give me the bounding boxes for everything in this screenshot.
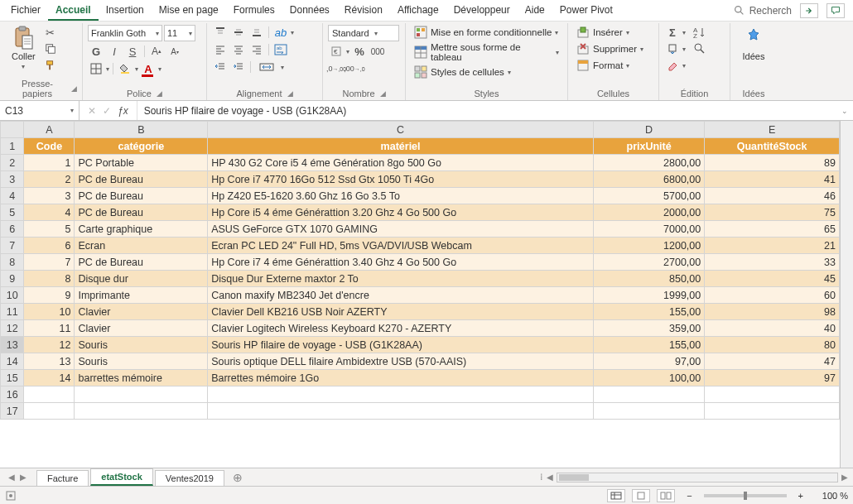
sort-filter-button[interactable]: AZ [689,25,711,40]
cell[interactable]: 41 [705,171,840,188]
row-header[interactable]: 7 [1,238,24,254]
cell[interactable]: Ecran [75,238,208,254]
font-launcher[interactable]: ◢ [157,89,162,98]
cell[interactable]: 13 [24,353,75,370]
cell[interactable]: 80 [705,337,840,353]
cell[interactable]: Souris optique DELL filaire Ambidextre U… [208,353,594,370]
cell[interactable]: PC Portable [75,155,208,171]
row-header[interactable]: 15 [1,370,24,386]
merge-button[interactable] [254,60,279,74]
row-header[interactable]: 12 [1,320,24,337]
cell[interactable]: Clavier Logitech Wireless Keyboard K270 … [208,320,594,337]
cell[interactable]: 850,00 [593,271,704,287]
new-sheet-button[interactable]: ⊕ [224,471,251,484]
cell[interactable] [24,386,75,403]
cell[interactable]: 21 [705,238,840,254]
cell[interactable]: Hp Core i7 4770 16Go 512 Ssd Gtx 1050 Ti… [208,171,594,188]
conditional-formatting-button[interactable]: Mise en forme conditionnelle▾ [411,25,561,40]
cell[interactable]: Disque Dur Externe maxtor 2 To [208,271,594,287]
cell[interactable]: Carte graphique [75,221,208,238]
formula-input[interactable]: Souris HP filaire de voyage - USB (G1K28… [137,101,836,120]
cell[interactable] [24,403,75,420]
cell[interactable]: Disque dur [75,271,208,287]
row-header[interactable]: 3 [1,171,24,188]
cell[interactable]: 12 [24,337,75,353]
cell[interactable] [593,403,704,420]
menu-power-pivot[interactable]: Power Pivot [552,1,620,21]
font-color-button[interactable]: A [140,61,157,76]
decrease-indent-button[interactable] [212,60,229,74]
cell[interactable]: 8 [24,271,75,287]
table-header-cell[interactable]: matériel [208,138,594,155]
copy-button[interactable] [42,41,59,56]
cell[interactable]: PC de Bureau [75,204,208,221]
row-header[interactable]: 10 [1,287,24,304]
tab-scroll-right[interactable]: ▶ [20,473,27,482]
cell[interactable]: Hp Core i7 4 éme Générattion 3.40 Ghz 4 … [208,254,594,271]
table-header-cell[interactable]: QuantitéStock [705,138,840,155]
vertical-scrollbar[interactable] [840,121,853,468]
cell[interactable] [208,386,594,403]
cell[interactable]: Souris HP filaire de voyage - USB (G1K28… [208,337,594,353]
row-header[interactable]: 8 [1,254,24,271]
menu-formules[interactable]: Formules [226,1,282,21]
col-header[interactable]: B [75,122,208,138]
menu-insertion[interactable]: Insertion [99,1,152,21]
row-header[interactable]: 16 [1,386,24,403]
align-top-button[interactable] [212,25,229,40]
row-header[interactable]: 17 [1,403,24,420]
underline-button[interactable]: S [124,44,141,59]
align-right-button[interactable] [248,42,265,57]
col-header[interactable]: D [593,122,704,138]
increase-decimal-button[interactable]: ,0→,00 [328,61,345,76]
record-macro-icon[interactable] [5,490,17,502]
cell[interactable]: 45 [705,271,840,287]
cell[interactable]: Hp Z420 E5-1620 3.60 Ghz 16 Go 3.5 To [208,188,594,204]
col-header[interactable]: C [208,122,594,138]
zoom-out-button[interactable]: − [682,491,696,501]
col-header[interactable]: E [705,122,840,138]
cell[interactable]: Canon maxify MB2340 Jet d'encre [208,287,594,304]
hscroll-right[interactable]: ▶ [841,473,848,482]
row-header[interactable]: 4 [1,188,24,204]
cell[interactable]: 155,00 [593,304,704,320]
clear-button[interactable] [664,58,681,73]
sheet-tab-facture[interactable]: Facture [36,470,89,486]
row-header[interactable]: 14 [1,353,24,370]
number-launcher[interactable]: ◢ [380,89,386,98]
spreadsheet-grid[interactable]: A B C D E 1CodecatégoriematérielprixUnit… [0,121,840,468]
cell[interactable]: 4 [24,204,75,221]
col-header[interactable]: A [24,122,75,138]
increase-indent-button[interactable] [230,60,247,74]
menu-accueil[interactable]: Accueil [48,1,99,21]
cell[interactable]: 98 [705,304,840,320]
find-select-button[interactable] [689,41,711,56]
tab-scroll-left[interactable]: ◀ [8,473,15,482]
cell[interactable]: HP 430 G2 Core i5 4 éme Génération 8go 5… [208,155,594,171]
align-left-button[interactable] [212,42,229,57]
insert-cells-button[interactable]: Insérer▾ [573,25,633,40]
cell[interactable]: barrettes mémoire [75,370,208,386]
percent-button[interactable]: % [351,44,368,59]
cell[interactable]: 6 [24,238,75,254]
menu-fichier[interactable]: Fichier [3,1,48,21]
cell[interactable]: Souris [75,353,208,370]
cell[interactable]: Souris [75,337,208,353]
cell[interactable]: 47 [705,353,840,370]
page-layout-view-button[interactable] [632,489,650,502]
table-header-cell[interactable]: prixUnité [593,138,704,155]
cell[interactable]: 100,00 [593,370,704,386]
cell[interactable] [208,403,594,420]
cell[interactable]: 14 [24,370,75,386]
normal-view-button[interactable] [607,489,625,502]
menu-affichage[interactable]: Affichage [390,1,446,21]
format-painter-button[interactable] [42,58,59,73]
cell[interactable]: 97 [705,370,840,386]
share-button[interactable] [800,3,818,18]
delete-cells-button[interactable]: Supprimer▾ [573,41,647,56]
cell[interactable]: 97,00 [593,353,704,370]
cell[interactable]: 1999,00 [593,287,704,304]
row-header[interactable]: 9 [1,271,24,287]
fill-button[interactable] [664,41,681,56]
page-break-view-button[interactable] [657,489,675,502]
